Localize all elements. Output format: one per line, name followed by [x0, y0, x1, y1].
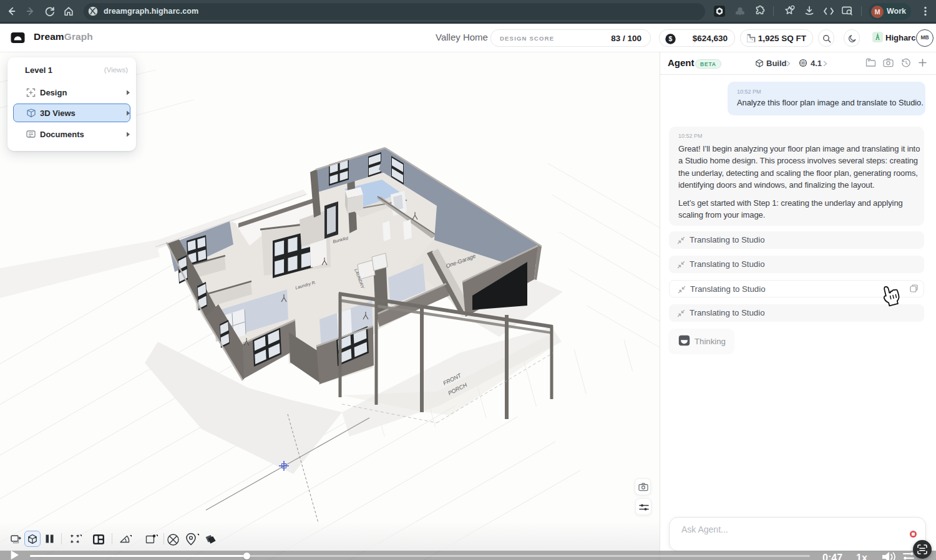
svg-text:$: $ — [669, 35, 673, 42]
